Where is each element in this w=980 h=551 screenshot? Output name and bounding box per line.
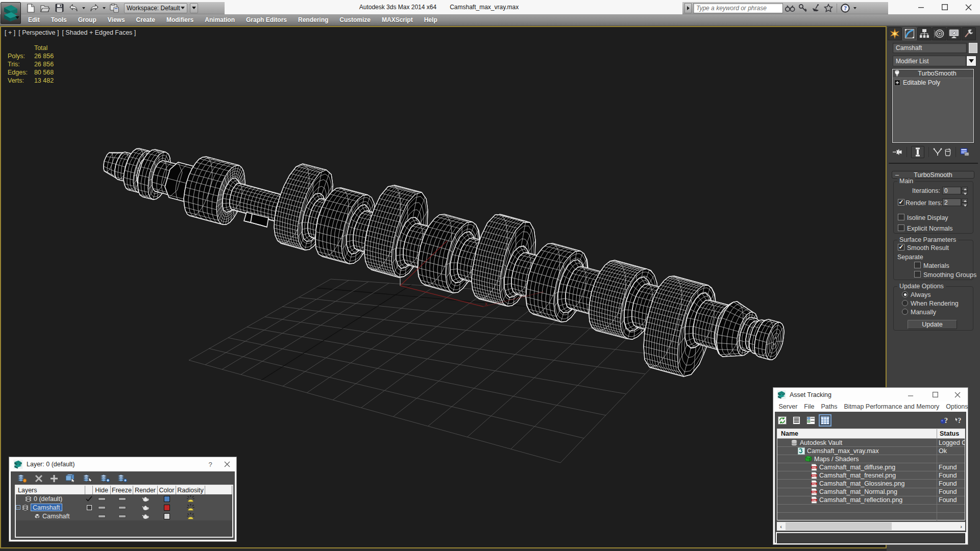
- details-view-icon[interactable]: [806, 416, 815, 424]
- asset-dialog-titlebar[interactable]: Asset Tracking: [773, 388, 968, 402]
- maximize-button[interactable]: [933, 0, 957, 14]
- update-when-rendering-radio[interactable]: [902, 300, 908, 306]
- asset-row-fresnel[interactable]: PNGCamshaft_mat_fresnel.png Found: [777, 471, 965, 480]
- asset-row-reflection[interactable]: PNGCamshaft_mat_reflection.png Found: [777, 496, 965, 505]
- col-layers[interactable]: Layers: [16, 486, 85, 494]
- update-button[interactable]: Update: [908, 320, 957, 329]
- asset-row-normal[interactable]: PNGCamshaft_mat_Normal.png Found: [777, 488, 965, 496]
- render-iters-checkbox[interactable]: ✓: [898, 199, 904, 206]
- render-iters-field[interactable]: 2: [942, 198, 961, 206]
- tab-create[interactable]: [888, 27, 902, 40]
- asset-row-vault[interactable]: Autodesk Vault Logged O: [777, 439, 965, 447]
- undo-history-caret[interactable]: [81, 3, 86, 14]
- tab-utilities[interactable]: [962, 27, 976, 40]
- set-project-folder-button[interactable]: [108, 3, 121, 14]
- hide-toggle[interactable]: [99, 507, 105, 509]
- viewport-pov-menu[interactable]: [ Perspective ]: [18, 29, 59, 36]
- workspace-selector[interactable]: Workspace: Default: [124, 3, 187, 13]
- layer-row-camshaft-object[interactable]: Camshaft: [16, 512, 232, 520]
- tab-hierarchy[interactable]: [917, 27, 932, 40]
- layer-row-camshaft[interactable]: –Camshaft: [16, 503, 232, 512]
- save-file-button[interactable]: [53, 3, 66, 14]
- col-current[interactable]: [85, 486, 93, 494]
- minimize-button[interactable]: [910, 0, 933, 14]
- redo-button[interactable]: [87, 3, 101, 14]
- report-view-icon[interactable]: [792, 416, 801, 424]
- workspace-dropdown-button[interactable]: [190, 3, 198, 13]
- tab-modify[interactable]: [902, 27, 917, 40]
- viewport-shading-menu[interactable]: [ Shaded + Edged Faces ]: [62, 29, 136, 36]
- col-render[interactable]: Render: [133, 486, 158, 494]
- asset-row-diffuse[interactable]: PNGCamshaft_mat_diffuse.png Found: [777, 463, 965, 471]
- add-to-layer-icon[interactable]: [50, 474, 58, 483]
- freeze-toggle[interactable]: [119, 498, 126, 500]
- menu-customize[interactable]: Customize: [334, 15, 376, 25]
- col-hide[interactable]: Hide: [93, 486, 111, 494]
- asset-menu-options[interactable]: Options: [943, 403, 971, 410]
- stack-item-editable-poly[interactable]: Editable Poly: [893, 78, 973, 87]
- layer-dialog-titlebar[interactable]: Layer: 0 (default) ?: [9, 457, 236, 471]
- layer-color-swatch[interactable]: [164, 496, 170, 502]
- render-iters-spinner[interactable]: [962, 198, 968, 206]
- communication-center-button[interactable]: [797, 3, 808, 14]
- pin-stack-button[interactable]: [892, 146, 902, 158]
- application-menu-button[interactable]: [1, 2, 21, 24]
- close-button[interactable]: [957, 0, 980, 14]
- object-name-field[interactable]: Camshaft: [893, 43, 967, 53]
- menu-tools[interactable]: Tools: [45, 15, 72, 25]
- delete-layer-icon[interactable]: [35, 474, 43, 483]
- new-scene-button[interactable]: [24, 3, 37, 14]
- asset-maximize-button[interactable]: [923, 392, 947, 397]
- asset-hscrollbar[interactable]: ‹ ›: [777, 522, 965, 531]
- menu-graph-editors[interactable]: Graph Editors: [240, 15, 292, 25]
- create-layer-icon[interactable]: [17, 474, 28, 483]
- scroll-right-arrow[interactable]: ›: [957, 523, 965, 530]
- subscription-center-button[interactable]: [810, 3, 821, 14]
- refresh-icon[interactable]: [778, 416, 787, 424]
- menu-views[interactable]: Views: [102, 15, 131, 25]
- help-button[interactable]: ?: [840, 3, 851, 14]
- update-manually-radio[interactable]: [902, 309, 908, 315]
- menu-create[interactable]: Create: [131, 15, 161, 25]
- iterations-field[interactable]: 0: [942, 187, 961, 194]
- show-end-result-button[interactable]: [911, 146, 924, 158]
- asset-menu-file[interactable]: File: [801, 403, 818, 410]
- search-button[interactable]: [785, 3, 796, 14]
- scroll-thumb[interactable]: [786, 522, 892, 530]
- layer-properties-icon[interactable]: [117, 474, 128, 483]
- smooth-result-checkbox[interactable]: ✓: [898, 244, 904, 251]
- col-freeze[interactable]: Freeze: [111, 486, 133, 494]
- menu-edit[interactable]: Edit: [22, 15, 45, 25]
- materials-checkbox[interactable]: [914, 262, 921, 268]
- scroll-left-arrow[interactable]: ‹: [777, 523, 785, 530]
- freeze-toggle[interactable]: [119, 507, 126, 509]
- layer-help-button[interactable]: ?: [203, 461, 218, 468]
- expand-collapse-box[interactable]: –: [16, 505, 20, 510]
- menu-modifiers[interactable]: Modifiers: [161, 15, 199, 25]
- open-file-button[interactable]: [38, 3, 52, 14]
- col-radiosity[interactable]: Radiosity: [176, 486, 205, 494]
- modifier-list-dropdown-button[interactable]: [966, 56, 976, 66]
- col-color[interactable]: Color: [158, 486, 176, 494]
- freeze-toggle[interactable]: [119, 515, 126, 517]
- hide-toggle[interactable]: [99, 515, 105, 517]
- asset-menu-paths[interactable]: Paths: [818, 403, 841, 410]
- layer-close-button[interactable]: [218, 461, 236, 467]
- isoline-display-checkbox[interactable]: [898, 214, 904, 220]
- help-sphere-icon[interactable]: ?: [940, 416, 949, 424]
- select-objects-in-layer-icon[interactable]: [65, 474, 76, 483]
- remove-modifier-button[interactable]: [944, 146, 951, 158]
- layer-name-selected[interactable]: Camshaft: [31, 504, 62, 511]
- favorites-button[interactable]: [823, 3, 834, 14]
- asset-col-name[interactable]: Name: [777, 430, 937, 437]
- undo-button[interactable]: [67, 3, 80, 14]
- modifier-list-dropdown[interactable]: Modifier List: [893, 56, 966, 66]
- menu-group[interactable]: Group: [72, 15, 102, 25]
- table-view-icon[interactable]: [821, 416, 829, 424]
- asset-row-maps[interactable]: Maps / Shaders: [777, 455, 965, 463]
- menu-animation[interactable]: Animation: [199, 15, 240, 25]
- configure-modifier-sets-button[interactable]: [960, 146, 969, 158]
- asset-minimize-button[interactable]: [898, 392, 923, 397]
- asset-row-glossines[interactable]: PNGCamshaft_mat_Glossines.png Found: [777, 480, 965, 488]
- help-caret[interactable]: [852, 3, 857, 14]
